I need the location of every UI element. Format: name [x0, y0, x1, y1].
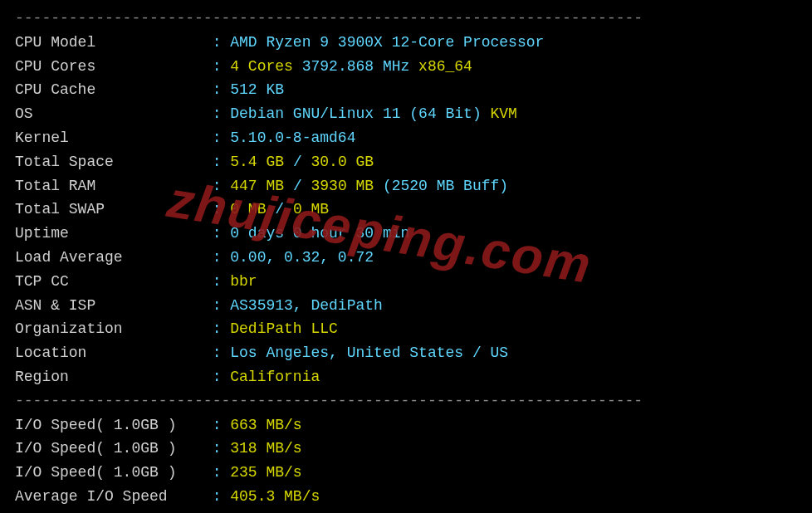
sysinfo-value: /	[293, 154, 311, 170]
colon: :	[213, 488, 231, 505]
sysinfo-value: 0.00, 0.32, 0.72	[230, 249, 374, 266]
sysinfo-value: /	[275, 201, 293, 217]
sysinfo-value: 4 Cores	[230, 58, 301, 75]
iospeed-value: 405.3 MB/s	[230, 488, 320, 505]
sysinfo-value: 30.0 GB	[311, 154, 374, 170]
sysinfo-row: Total SWAP : 0 MB / 0 MB	[15, 198, 797, 222]
sysinfo-row: TCP CC : bbr	[15, 270, 797, 294]
divider-bottom: ----------------------------------------…	[15, 509, 797, 513]
colon: :	[213, 105, 231, 122]
sysinfo-value: /	[293, 178, 311, 194]
iospeed-label: I/O Speed( 1.0GB )	[15, 464, 213, 481]
sysinfo-label: Region	[15, 369, 213, 385]
sysinfo-label: Total RAM	[15, 178, 213, 194]
sysinfo-value: Debian GNU/Linux 11 (64 Bit)	[230, 105, 490, 122]
iospeed-row: I/O Speed( 1.0GB ) : 235 MB/s	[15, 461, 797, 485]
sysinfo-label: Load Average	[15, 249, 213, 266]
sysinfo-value: 3930 MB	[311, 178, 382, 194]
sysinfo-value: California	[230, 369, 320, 385]
sysinfo-row: CPU Cache : 512 KB	[15, 78, 797, 102]
divider-mid: ----------------------------------------…	[15, 389, 797, 413]
colon: :	[213, 320, 231, 337]
iospeed-value: 663 MB/s	[230, 417, 301, 433]
colon: :	[213, 297, 231, 314]
sysinfo-value: 512 KB	[230, 81, 284, 98]
colon: :	[213, 344, 231, 361]
sysinfo-label: CPU Cache	[15, 81, 213, 98]
colon: :	[213, 249, 231, 266]
colon: :	[213, 81, 231, 98]
colon: :	[213, 417, 231, 433]
iospeed-label: I/O Speed( 1.0GB )	[15, 440, 213, 457]
iospeed-value: 318 MB/s	[230, 440, 301, 457]
sysinfo-value: KVM	[491, 105, 517, 122]
sysinfo-value: bbr	[230, 273, 257, 290]
sysinfo-value: AS35913, DediPath	[230, 297, 383, 314]
sysinfo-row: CPU Cores : 4 Cores 3792.868 MHz x86_64	[15, 55, 797, 79]
sysinfo-value: 5.10.0-8-amd64	[230, 129, 355, 146]
sysinfo-label: Location	[15, 344, 213, 361]
colon: :	[213, 154, 231, 170]
iospeed-row: I/O Speed( 1.0GB ) : 663 MB/s	[15, 413, 797, 437]
sysinfo-row: Region : California	[15, 365, 797, 389]
colon: :	[213, 464, 231, 481]
sysinfo-value: DediPath LLC	[230, 320, 338, 337]
sysinfo-row: OS : Debian GNU/Linux 11 (64 Bit) KVM	[15, 102, 797, 126]
colon: :	[213, 201, 231, 217]
sysinfo-label: OS	[15, 105, 213, 122]
sysinfo-row: Total Space : 5.4 GB / 30.0 GB	[15, 150, 797, 174]
sysinfo-value: 0 MB	[293, 201, 329, 217]
sysinfo-label: CPU Model	[15, 34, 213, 51]
sysinfo-value: 447 MB	[230, 178, 293, 194]
sysinfo-value: Los Angeles, United States / US	[230, 344, 508, 361]
colon: :	[213, 225, 231, 242]
sysinfo-value: 0 MB	[230, 201, 275, 217]
colon: :	[213, 440, 231, 457]
iospeed-value: 235 MB/s	[230, 464, 301, 481]
iospeed-row: Average I/O Speed : 405.3 MB/s	[15, 485, 797, 509]
colon: :	[213, 178, 231, 194]
colon: :	[213, 34, 231, 51]
iospeed-label: Average I/O Speed	[15, 488, 213, 505]
sysinfo-block: CPU Model : AMD Ryzen 9 3900X 12-Core Pr…	[15, 31, 797, 389]
iospeed-block: I/O Speed( 1.0GB ) : 663 MB/sI/O Speed( …	[15, 413, 797, 509]
sysinfo-value: 0 days 0 hour 30 min	[230, 225, 409, 242]
sysinfo-value: 3792.868 MHz	[302, 58, 418, 75]
sysinfo-row: Kernel : 5.10.0-8-amd64	[15, 126, 797, 150]
sysinfo-value: x86_64	[418, 58, 472, 75]
sysinfo-row: CPU Model : AMD Ryzen 9 3900X 12-Core Pr…	[15, 31, 797, 55]
sysinfo-row: Organization : DediPath LLC	[15, 317, 797, 341]
iospeed-row: I/O Speed( 1.0GB ) : 318 MB/s	[15, 437, 797, 461]
sysinfo-value: AMD Ryzen 9 3900X 12-Core Processor	[230, 34, 544, 51]
colon: :	[213, 129, 231, 146]
iospeed-label: I/O Speed( 1.0GB )	[15, 417, 213, 433]
sysinfo-label: Organization	[15, 320, 213, 337]
sysinfo-row: Uptime : 0 days 0 hour 30 min	[15, 222, 797, 246]
colon: :	[213, 273, 231, 290]
sysinfo-label: Total SWAP	[15, 201, 213, 217]
divider-top: ----------------------------------------…	[15, 7, 797, 31]
colon: :	[213, 369, 231, 385]
sysinfo-value: 5.4 GB	[230, 154, 293, 170]
sysinfo-value: (2520 MB Buff)	[383, 178, 508, 194]
sysinfo-label: ASN & ISP	[15, 297, 213, 314]
sysinfo-label: CPU Cores	[15, 58, 213, 75]
sysinfo-row: Total RAM : 447 MB / 3930 MB (2520 MB Bu…	[15, 174, 797, 198]
sysinfo-row: ASN & ISP : AS35913, DediPath	[15, 294, 797, 318]
sysinfo-label: Kernel	[15, 129, 213, 146]
sysinfo-label: Uptime	[15, 225, 213, 242]
sysinfo-row: Location : Los Angeles, United States / …	[15, 341, 797, 365]
sysinfo-row: Load Average : 0.00, 0.32, 0.72	[15, 246, 797, 270]
sysinfo-label: TCP CC	[15, 273, 213, 290]
sysinfo-label: Total Space	[15, 154, 213, 170]
colon: :	[213, 58, 231, 75]
